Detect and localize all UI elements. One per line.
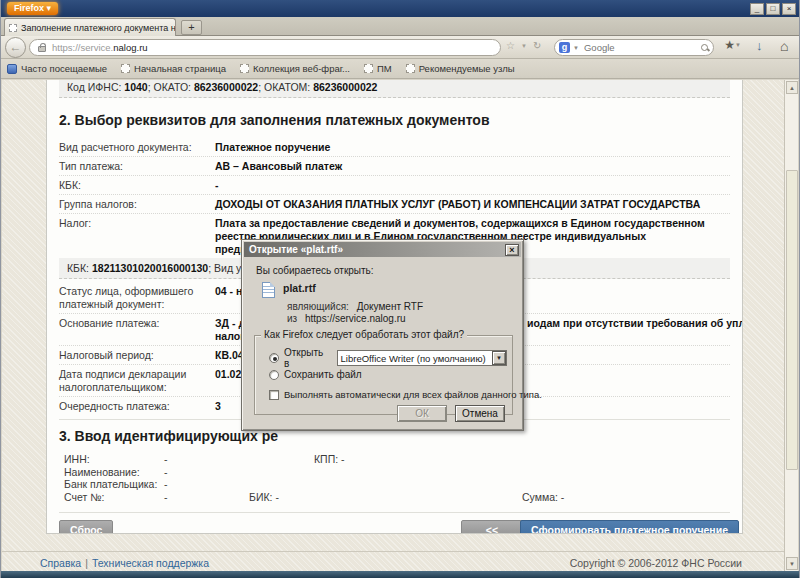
- detail-row: Тип платежа: АВ – Авансовый платеж: [59, 157, 730, 176]
- save-file-radio[interactable]: [269, 370, 279, 380]
- generate-payment-order-button[interactable]: Сформировать платежное поручение: [520, 520, 739, 534]
- identifiers-block: ИНН: - КПП: - Наименование: - Банк плате…: [59, 450, 730, 508]
- row-label: Вид расчетного документа:: [59, 141, 215, 154]
- detail-row: КБК: -: [59, 176, 730, 195]
- open-with-label: Открыть в: [284, 347, 329, 369]
- search-box[interactable]: g ▼: [554, 39, 714, 56]
- back-step-button[interactable]: << Назад: [461, 520, 523, 534]
- file-source-label: из: [287, 313, 297, 324]
- downloads-button[interactable]: ↓: [756, 38, 763, 53]
- tab-payment-document[interactable]: Заполнение платежного документа на пе...: [4, 18, 176, 36]
- combo-dropdown-icon[interactable]: ▼: [492, 351, 506, 365]
- maximize-button[interactable]: □: [766, 3, 780, 15]
- home-button[interactable]: ⌂: [780, 38, 788, 54]
- open-with-radio[interactable]: [269, 353, 279, 363]
- footer-links: Справка|Техническая поддержка: [40, 557, 209, 569]
- favicon-placeholder-icon: [406, 64, 415, 73]
- navigation-bar: ← https://service.nalog.ru ☆ ▼ ↻ g ▼ ★▼ …: [1, 36, 799, 59]
- application-select[interactable]: LibreOffice Writer (по умолчанию) ▼: [337, 350, 507, 366]
- dialog-close-icon[interactable]: ×: [505, 244, 519, 256]
- file-name: plat.rtf: [283, 282, 316, 294]
- row-label: КБК:: [59, 179, 215, 192]
- close-button[interactable]: ×: [782, 3, 796, 15]
- ifns-info-strip: Код ИФНС: 1040; ОКАТО: 86236000022; ОКАТ…: [59, 80, 730, 98]
- reload-icon[interactable]: ↻: [533, 40, 541, 52]
- footer-divider: |: [85, 557, 88, 569]
- history-dropdown-icon[interactable]: ▼: [521, 40, 527, 52]
- row-label: Дата подписи декларации налогоплательщик…: [59, 368, 215, 394]
- url-bar[interactable]: https://service.nalog.ru: [29, 39, 501, 56]
- row-value: ДОХОДЫ ОТ ОКАЗАНИЯ ПЛАТНЫХ УСЛУГ (РАБОТ)…: [215, 198, 730, 211]
- open-with-option[interactable]: Открыть в LibreOffice Writer (по умолчан…: [269, 347, 507, 369]
- bookmarks-star-icon: ★: [724, 38, 735, 52]
- window-bottom-edge: [1, 571, 799, 578]
- menu-caret-icon: ▾: [47, 3, 52, 13]
- bookmark-star-icon[interactable]: ☆: [506, 40, 515, 52]
- bookmark-recommended-sites[interactable]: Рекомендуемые узлы: [406, 63, 515, 74]
- new-tab-button[interactable]: +: [181, 20, 202, 35]
- favicon-placeholder-icon: [364, 64, 373, 73]
- row-label: Группа налогов:: [59, 198, 215, 211]
- bookmark-label: ПМ: [377, 63, 392, 74]
- url-domain: nalog.ru: [113, 42, 147, 53]
- groupbox-label: Как Firefox следует обработать этот файл…: [261, 329, 467, 340]
- search-input[interactable]: [582, 41, 701, 54]
- handling-groupbox: Как Firefox следует обработать этот файл…: [254, 335, 513, 415]
- window-controls: _ □ ×: [750, 3, 796, 15]
- scroll-up-icon[interactable]: ▲: [786, 81, 798, 94]
- file-open-dialog: Открытие «plat.rtf» × Вы собираетесь отк…: [241, 239, 524, 431]
- kpp-value: КПП: -: [314, 453, 345, 465]
- cancel-button[interactable]: Отмена: [455, 405, 505, 422]
- file-source-line: из https://service.nalog.ru: [287, 313, 513, 324]
- lock-icon: [38, 46, 46, 52]
- title-bar: Firefox ▾ _ □ ×: [1, 0, 799, 17]
- save-file-option[interactable]: Сохранить файл: [269, 369, 362, 380]
- bookmarks-caret-icon: ▼: [735, 42, 741, 48]
- row-value: -: [215, 179, 730, 192]
- firefox-menu-button[interactable]: Firefox ▾: [7, 2, 58, 15]
- engine-dropdown-icon[interactable]: ▼: [573, 45, 579, 51]
- row-label: Очередность платежа:: [59, 400, 215, 413]
- favicon-placeholder-icon: [121, 64, 130, 73]
- page-footer: Справка|Техническая поддержка Copyright …: [2, 551, 798, 571]
- file-line: plat.rtf: [256, 282, 513, 298]
- name-label: Наименование:: [64, 466, 140, 478]
- bookmarks-menu-button[interactable]: ★▼: [719, 38, 746, 52]
- application-selected-value: LibreOffice Writer (по умолчанию): [338, 353, 492, 364]
- row-label: Статус лица, оформившего платежный докум…: [59, 285, 215, 311]
- dialog-title-bar[interactable]: Открытие «plat.rtf» ×: [244, 242, 521, 257]
- help-link[interactable]: Справка: [40, 557, 81, 569]
- bookmark-pm[interactable]: ПМ: [364, 63, 392, 74]
- dialog-buttons: ОК Отмена: [397, 405, 505, 422]
- support-link[interactable]: Техническая поддержка: [92, 557, 209, 569]
- auto-handle-option[interactable]: Выполнять автоматически для всех файлов …: [269, 389, 542, 400]
- account-value: -: [164, 491, 168, 503]
- scrollbar-thumb[interactable]: [786, 170, 798, 470]
- bookmark-web-collection[interactable]: Коллекция веб-фраг...: [240, 63, 350, 74]
- name-value: -: [164, 466, 168, 478]
- page-scrollbar[interactable]: ▲ ▼: [784, 80, 798, 571]
- bookmark-frequently-visited[interactable]: Часто посещаемые: [7, 63, 107, 74]
- smart-folder-icon: [7, 64, 17, 74]
- scroll-down-icon[interactable]: ▼: [786, 557, 798, 570]
- inn-value: -: [164, 453, 168, 465]
- search-magnifier-icon[interactable]: [701, 44, 709, 52]
- inn-label: ИНН:: [64, 453, 90, 465]
- dialog-intro-text: Вы собираетесь открыть:: [256, 265, 513, 276]
- bookmark-label: Рекомендуемые узлы: [419, 63, 515, 74]
- google-engine-icon[interactable]: g: [559, 42, 570, 53]
- section2-title: 2. Выбор реквизитов для заполнения плате…: [59, 112, 730, 128]
- tab-title: Заполнение платежного документа на пе...: [21, 23, 176, 33]
- minimize-button[interactable]: _: [750, 3, 764, 15]
- file-type-label: являющийся:: [287, 301, 349, 312]
- bank-value: -: [164, 478, 168, 490]
- reset-button[interactable]: Сброс: [59, 520, 113, 534]
- dialog-title: Открытие «plat.rtf»: [249, 244, 343, 255]
- ok-button[interactable]: ОК: [397, 405, 447, 422]
- auto-handle-checkbox[interactable]: [269, 390, 279, 400]
- rtf-document-icon: [262, 282, 275, 298]
- bookmarks-bar: Часто посещаемые Начальная страница Колл…: [1, 59, 799, 79]
- detail-row: Вид расчетного документа: Платежное пору…: [59, 138, 730, 157]
- back-button[interactable]: ←: [5, 37, 26, 58]
- bookmark-start-page[interactable]: Начальная страница: [121, 63, 226, 74]
